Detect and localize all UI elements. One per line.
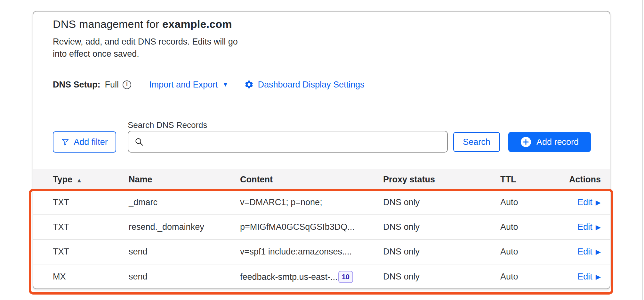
cell-proxy-status: DNS only bbox=[383, 197, 500, 207]
cell-content: p=MIGfMA0GCSqGSIb3DQ... bbox=[240, 222, 383, 232]
add-filter-button[interactable]: Add filter bbox=[53, 131, 116, 153]
cell-content: v=spf1 include:amazonses.... bbox=[240, 247, 383, 257]
dashboard-display-settings-link[interactable]: Dashboard Display Settings bbox=[244, 80, 364, 90]
import-export-link[interactable]: Import and Export ▼ bbox=[149, 80, 228, 90]
cell-actions: Edit ▶ bbox=[564, 197, 601, 207]
cell-ttl: Auto bbox=[500, 222, 564, 232]
edit-link[interactable]: Edit ▶ bbox=[577, 197, 601, 207]
cell-name: send bbox=[129, 247, 240, 257]
search-box bbox=[128, 131, 448, 153]
search-icon bbox=[134, 137, 144, 146]
column-header-actions: Actions bbox=[564, 175, 601, 185]
edit-link[interactable]: Edit ▶ bbox=[577, 247, 601, 257]
table-row: TXT send v=spf1 include:amazonses.... DN… bbox=[33, 240, 610, 264]
cell-proxy-status: DNS only bbox=[383, 272, 500, 282]
add-record-label: Add record bbox=[536, 137, 579, 147]
gear-icon bbox=[244, 80, 254, 89]
cell-name: send bbox=[129, 272, 240, 282]
sort-ascending-icon: ▲ bbox=[76, 177, 82, 184]
add-filter-label: Add filter bbox=[74, 137, 108, 147]
table-row: TXT _dmarc v=DMARC1; p=none; DNS only Au… bbox=[33, 190, 610, 215]
cell-actions: Edit ▶ bbox=[564, 222, 601, 232]
cell-type: TXT bbox=[53, 197, 129, 207]
column-header-proxy-status[interactable]: Proxy status bbox=[383, 175, 500, 185]
dns-setup-label: DNS Setup: bbox=[53, 80, 101, 90]
table-body: TXT _dmarc v=DMARC1; p=none; DNS only Au… bbox=[33, 190, 610, 289]
column-header-content[interactable]: Content bbox=[240, 175, 383, 185]
search-button[interactable]: Search bbox=[453, 132, 500, 152]
chevron-down-icon: ▼ bbox=[222, 81, 229, 88]
screen-edge-strip bbox=[642, 0, 643, 300]
edit-link[interactable]: Edit ▶ bbox=[577, 272, 601, 282]
dns-setup-value: Full bbox=[105, 80, 119, 90]
cell-actions: Edit ▶ bbox=[564, 247, 601, 257]
edit-label: Edit bbox=[577, 197, 592, 207]
cell-type: MX bbox=[53, 272, 129, 282]
page-title: DNS management for example.com bbox=[53, 18, 238, 30]
dns-management-card: DNS management for example.com Review, a… bbox=[33, 11, 610, 289]
edit-label: Edit bbox=[577, 247, 592, 257]
dashboard-display-settings-label: Dashboard Display Settings bbox=[258, 80, 364, 90]
edit-arrow-icon: ▶ bbox=[596, 223, 601, 231]
page-title-domain: example.com bbox=[162, 18, 232, 30]
filter-icon bbox=[61, 138, 69, 146]
page-description: Review, add, and edit DNS records. Edits… bbox=[53, 36, 238, 60]
table-row: MX send feedback-smtp.us-east-...10 DNS … bbox=[33, 264, 610, 289]
table-header-row: Type▲ Name Content Proxy status TTL Acti… bbox=[33, 169, 610, 190]
edit-label: Edit bbox=[577, 272, 592, 282]
cell-ttl: Auto bbox=[500, 247, 564, 257]
edit-arrow-icon: ▶ bbox=[596, 273, 601, 281]
column-header-name[interactable]: Name bbox=[129, 175, 240, 185]
column-header-type[interactable]: Type▲ bbox=[53, 175, 129, 185]
cell-proxy-status: DNS only bbox=[383, 222, 500, 232]
cell-content: feedback-smtp.us-east-...10 bbox=[240, 271, 383, 283]
table-row: TXT resend._domainkey p=MIGfMA0GCSqGSIb3… bbox=[33, 215, 610, 240]
dns-setup-row: DNS Setup: Full Import and Export ▼ Dash… bbox=[53, 78, 365, 92]
edit-arrow-icon: ▶ bbox=[596, 199, 601, 206]
search-button-label: Search bbox=[463, 137, 490, 147]
cell-name: _dmarc bbox=[129, 197, 240, 207]
edit-link[interactable]: Edit ▶ bbox=[577, 222, 601, 232]
plus-icon bbox=[520, 137, 531, 147]
cell-ttl: Auto bbox=[500, 272, 564, 282]
cell-proxy-status: DNS only bbox=[383, 247, 500, 257]
page-title-prefix: DNS management for bbox=[53, 18, 162, 30]
card-header: DNS management for example.com Review, a… bbox=[53, 18, 238, 60]
cell-type: TXT bbox=[53, 222, 129, 232]
cell-ttl: Auto bbox=[500, 197, 564, 207]
cell-actions: Edit ▶ bbox=[564, 272, 601, 282]
edit-label: Edit bbox=[577, 222, 592, 232]
cell-type: TXT bbox=[53, 247, 129, 257]
import-export-label: Import and Export bbox=[149, 80, 218, 90]
cell-name: resend._domainkey bbox=[129, 222, 240, 232]
info-icon[interactable] bbox=[123, 80, 131, 89]
add-record-button[interactable]: Add record bbox=[508, 132, 591, 152]
search-label: Search DNS Records bbox=[128, 120, 207, 130]
search-input[interactable] bbox=[144, 131, 447, 152]
edit-arrow-icon: ▶ bbox=[596, 248, 601, 256]
column-header-ttl[interactable]: TTL bbox=[500, 175, 564, 185]
priority-badge: 10 bbox=[338, 271, 353, 283]
cell-content: v=DMARC1; p=none; bbox=[240, 197, 383, 207]
